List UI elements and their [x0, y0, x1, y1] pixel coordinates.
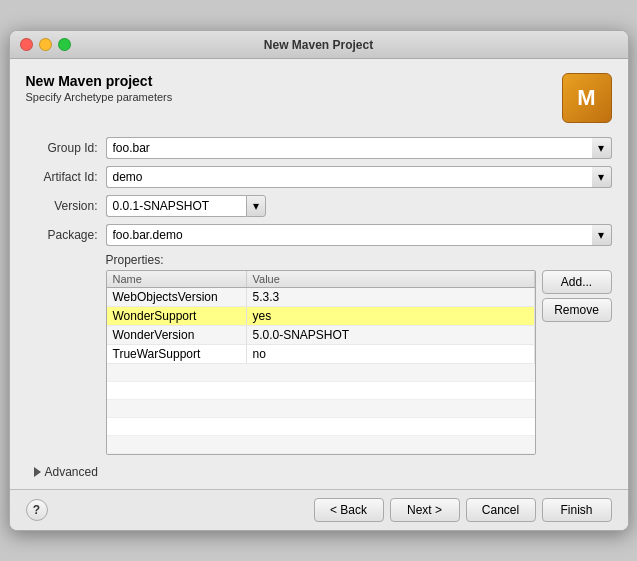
footer-left: ? — [26, 499, 48, 521]
package-field: ▾ — [106, 224, 612, 246]
version-dropdown-arrow[interactable]: ▾ — [246, 195, 266, 217]
cancel-button[interactable]: Cancel — [466, 498, 536, 522]
traffic-lights — [20, 38, 71, 51]
artifact-id-dropdown-arrow[interactable]: ▾ — [592, 166, 612, 188]
version-field: ▾ — [106, 195, 266, 217]
group-id-dropdown-arrow[interactable]: ▾ — [592, 137, 612, 159]
dialog-subtitle: Specify Archetype parameters — [26, 91, 173, 103]
dialog-footer: ? < Back Next > Cancel Finish — [10, 489, 628, 530]
window-title: New Maven Project — [264, 38, 373, 52]
header-text: New Maven project Specify Archetype para… — [26, 73, 173, 103]
group-id-input[interactable] — [106, 137, 592, 159]
side-buttons: Add... Remove — [542, 270, 612, 455]
artifact-id-field: ▾ — [106, 166, 612, 188]
table-row[interactable]: WonderVersion 5.0.0-SNAPSHOT — [107, 326, 535, 345]
add-button[interactable]: Add... — [542, 270, 612, 294]
close-button[interactable] — [20, 38, 33, 51]
finish-button[interactable]: Finish — [542, 498, 612, 522]
advanced-section: Advanced — [34, 465, 612, 479]
group-id-label: Group Id: — [26, 141, 106, 155]
group-id-field: ▾ — [106, 137, 612, 159]
row-4-value: no — [247, 345, 535, 363]
group-id-row: Group Id: ▾ — [26, 137, 612, 159]
maximize-button[interactable] — [58, 38, 71, 51]
maven-icon: M — [562, 73, 612, 123]
dialog-title: New Maven project — [26, 73, 173, 89]
row-4-name: TrueWarSupport — [107, 345, 247, 363]
filler-row — [107, 364, 535, 382]
filler-row — [107, 400, 535, 418]
back-button[interactable]: < Back — [314, 498, 384, 522]
row-3-value: 5.0.0-SNAPSHOT — [247, 326, 535, 344]
version-input[interactable] — [106, 195, 246, 217]
col-value-header: Value — [247, 271, 535, 287]
row-3-name: WonderVersion — [107, 326, 247, 344]
header-section: New Maven project Specify Archetype para… — [26, 73, 612, 123]
advanced-label: Advanced — [45, 465, 98, 479]
artifact-id-label: Artifact Id: — [26, 170, 106, 184]
row-1-name: WebObjectsVersion — [107, 288, 247, 306]
artifact-id-row: Artifact Id: ▾ — [26, 166, 612, 188]
titlebar: New Maven Project — [10, 31, 628, 59]
main-window: New Maven Project New Maven project Spec… — [9, 30, 629, 531]
package-row: Package: ▾ — [26, 224, 612, 246]
table-row[interactable]: TrueWarSupport no — [107, 345, 535, 364]
remove-button[interactable]: Remove — [542, 298, 612, 322]
filler-row — [107, 418, 535, 436]
table-row[interactable]: WonderSupport yes — [107, 307, 535, 326]
help-button[interactable]: ? — [26, 499, 48, 521]
next-button[interactable]: Next > — [390, 498, 460, 522]
version-label: Version: — [26, 199, 106, 213]
advanced-triangle-icon — [34, 467, 41, 477]
properties-table: Name Value WebObjectsVersion 5.3.3 Wonde… — [106, 270, 536, 455]
table-row[interactable]: WebObjectsVersion 5.3.3 — [107, 288, 535, 307]
artifact-id-input[interactable] — [106, 166, 592, 188]
dialog-content: New Maven project Specify Archetype para… — [10, 59, 628, 489]
advanced-toggle[interactable]: Advanced — [34, 465, 612, 479]
properties-area: Name Value WebObjectsVersion 5.3.3 Wonde… — [106, 270, 612, 455]
filler-row — [107, 436, 535, 454]
package-dropdown-arrow[interactable]: ▾ — [592, 224, 612, 246]
properties-label: Properties: — [106, 253, 612, 267]
row-1-value: 5.3.3 — [247, 288, 535, 306]
package-label: Package: — [26, 228, 106, 242]
row-2-value: yes — [247, 307, 535, 325]
filler-row — [107, 382, 535, 400]
footer-right: < Back Next > Cancel Finish — [314, 498, 612, 522]
table-body: WebObjectsVersion 5.3.3 WonderSupport ye… — [107, 288, 535, 454]
version-row: Version: ▾ — [26, 195, 612, 217]
row-2-name: WonderSupport — [107, 307, 247, 325]
package-input[interactable] — [106, 224, 592, 246]
col-name-header: Name — [107, 271, 247, 287]
properties-section: Properties: Name Value WebObjectsVersion… — [26, 253, 612, 455]
table-header: Name Value — [107, 271, 535, 288]
minimize-button[interactable] — [39, 38, 52, 51]
